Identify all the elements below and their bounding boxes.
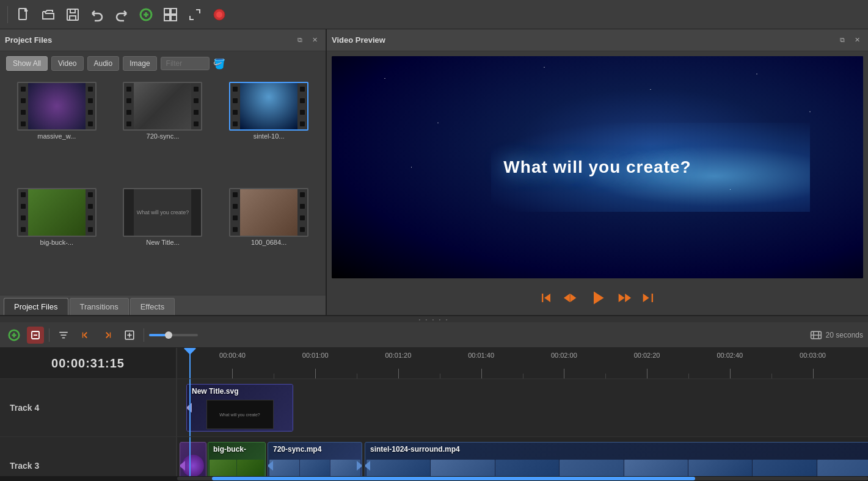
clip-right-handle [357, 461, 362, 471]
left-panel-tabs: Project Files Transitions Effects [0, 295, 326, 315]
big-buck-clip[interactable]: big-buck- [208, 442, 266, 476]
file-name: 720-sync... [147, 132, 180, 140]
ruler-label: 00:01:20 [385, 352, 411, 359]
video-screen: What will you create? [332, 56, 863, 278]
filter-all-button[interactable]: Show All [6, 56, 48, 71]
left-panel: Project Files ⧉ ✕ Show All Video Audio I… [0, 29, 327, 315]
fast-forward-button[interactable] [616, 289, 633, 306]
ruler-tick [730, 369, 731, 378]
file-item[interactable]: 720-sync... [111, 81, 215, 184]
tab-transitions[interactable]: Transitions [70, 298, 129, 315]
ruler-label: 00:01:00 [302, 352, 329, 359]
track-4-name: Track 4 [10, 403, 39, 413]
filter-tracks-button[interactable] [54, 327, 73, 344]
scrollbar-thumb[interactable] [212, 477, 696, 480]
video-preview-panel: Video Preview ⧉ ✕ What will you create? [327, 29, 868, 315]
panel-restore-button[interactable]: ⧉ [294, 34, 306, 46]
thumb-inner [28, 189, 86, 236]
svg-rect-5 [164, 9, 170, 14]
sintel-clip[interactable]: sintel-1024-surround.mp4 [365, 442, 868, 476]
layout-button[interactable] [159, 4, 181, 26]
thumb-inner [28, 83, 86, 129]
clip-label: big-buck- [213, 445, 246, 454]
ruler-minor-tick [605, 374, 606, 378]
duration-icon [810, 330, 822, 340]
clip-label: sintel-1024-surround.mp4 [370, 445, 460, 454]
panel-close-button[interactable]: ✕ [308, 34, 321, 46]
file-name: 100_0684... [251, 239, 286, 246]
tracks-timeline[interactable]: New Title.svg What will you create? [177, 379, 868, 476]
filter-clear-button[interactable]: 🪣 [213, 58, 225, 70]
ruler-tick [564, 369, 564, 378]
undo-button[interactable] [86, 4, 108, 26]
ruler-tick [232, 369, 233, 378]
svg-rect-7 [164, 15, 170, 21]
bottom-scrollbar[interactable] [0, 476, 868, 481]
svg-rect-6 [171, 9, 177, 14]
filter-audio-button[interactable]: Audio [87, 56, 120, 71]
add-button[interactable] [135, 4, 157, 26]
fullscreen-button[interactable] [184, 4, 206, 26]
jump-end-button[interactable] [640, 289, 657, 306]
track-3-name: Track 3 [10, 461, 39, 471]
file-item[interactable]: massive_w... [5, 81, 109, 184]
video-preview-text: What will you create? [503, 157, 691, 177]
file-item[interactable]: What will you create? New Title... [111, 187, 215, 291]
save-file-button[interactable] [62, 4, 84, 26]
track3-playhead [189, 437, 191, 476]
track-4-row: New Title.svg What will you create? [177, 379, 868, 437]
zoom-slider[interactable] [149, 334, 198, 336]
next-marker-button[interactable] [98, 327, 117, 344]
new-file-button[interactable] [13, 4, 35, 26]
track-3-row: big-buck- 720-sync.mp4 [177, 437, 868, 476]
svg-rect-1 [67, 9, 78, 20]
title-clip[interactable]: New Title.svg What will you create? [186, 384, 293, 432]
file-item-selected[interactable]: sintel-10... [217, 81, 321, 184]
video-panel-close-button[interactable]: ✕ [851, 34, 863, 46]
file-item[interactable]: big-buck-... [5, 187, 109, 291]
left-panel-title: Project Files [5, 35, 52, 45]
tab-effects[interactable]: Effects [130, 298, 175, 315]
track-3-label: Track 3 [0, 437, 176, 476]
ruler-tick [813, 369, 814, 378]
center-button[interactable] [120, 327, 139, 344]
ruler-label: 00:03:00 [800, 352, 826, 359]
delete-track-button[interactable] [27, 327, 44, 344]
timecode-display: 00:00:31:15 [0, 348, 177, 378]
tab-project-files[interactable]: Project Files [4, 298, 68, 315]
timeline-ruler[interactable]: 00:00:40 00:01:00 00:01:20 00:01:40 00:0… [177, 348, 868, 378]
file-name: sintel-10... [253, 132, 285, 140]
filter-video-button[interactable]: Video [51, 56, 83, 71]
timeline-section: 20 seconds 00:00:31:15 00:00:40 00:01:00… [0, 322, 868, 481]
filter-input[interactable] [161, 57, 210, 70]
prev-marker-button[interactable] [76, 327, 95, 344]
film-strip-left [124, 83, 134, 129]
ruler-tick [481, 369, 482, 378]
playhead[interactable] [189, 348, 191, 378]
zoom-thumb[interactable] [165, 331, 172, 339]
open-file-button[interactable] [37, 4, 59, 26]
play-button[interactable] [586, 287, 608, 309]
filter-image-button[interactable]: Image [123, 56, 156, 71]
redo-button[interactable] [111, 4, 133, 26]
ruler-label: 00:01:40 [468, 352, 494, 359]
file-filter-row: Show All Video Audio Image 🪣 [0, 51, 326, 76]
file-item[interactable]: 100_0684... [217, 187, 321, 291]
main-area: Project Files ⧉ ✕ Show All Video Audio I… [0, 29, 868, 481]
panel-drag-handle[interactable]: • • • • • [0, 316, 868, 322]
small-clip[interactable] [180, 442, 206, 476]
file-name: massive_w... [37, 132, 76, 140]
video-controls [327, 283, 868, 315]
jump-start-button[interactable] [538, 289, 555, 306]
svg-rect-2 [70, 9, 75, 13]
file-thumbnail [123, 82, 202, 131]
rewind-button[interactable] [562, 289, 579, 306]
720sync-clip[interactable]: 720-sync.mp4 [268, 442, 362, 476]
record-button[interactable] [208, 4, 230, 26]
add-track-button[interactable] [5, 327, 23, 344]
track-4-label: Track 4 [0, 379, 176, 437]
video-panel-restore-button[interactable]: ⧉ [836, 34, 848, 46]
film-strip-right [86, 189, 95, 236]
timeline-body: 00:00:31:15 00:00:40 00:01:00 00:01:20 0… [0, 348, 868, 481]
clip-preview: What will you create? [206, 400, 274, 429]
